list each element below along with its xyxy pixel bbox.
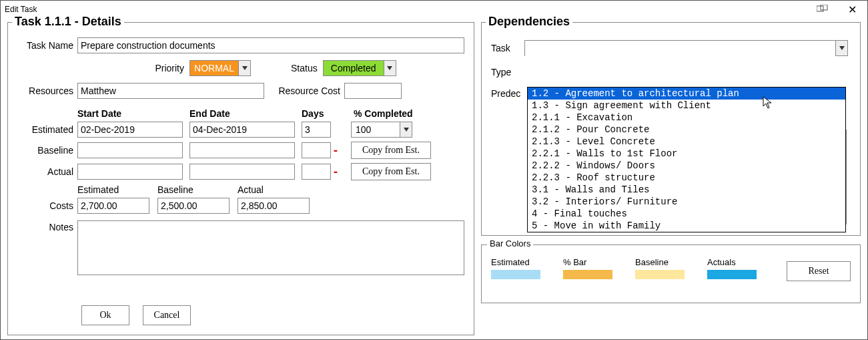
label-resource-cost: Resource Cost (264, 86, 344, 96)
dep-task-option[interactable]: 2.2.1 - Walls to 1st Floor (528, 148, 845, 160)
cost-estimated-input[interactable] (77, 198, 149, 214)
dep-task-option[interactable]: 2.1.1 - Excavation (528, 112, 845, 124)
label-priority: Priority (155, 63, 189, 73)
priority-value: NORMAL (190, 61, 238, 75)
copy-from-est-actual-button[interactable]: Copy from Est. (351, 163, 431, 180)
chevron-down-icon (238, 61, 250, 75)
cancel-button[interactable]: Cancel (143, 305, 191, 325)
label-estimated: Estimated (17, 124, 77, 135)
label-task-name: Task Name (17, 40, 77, 51)
dep-task-option[interactable]: 3.2 - Interiors/ Furniture (528, 196, 845, 208)
chevron-down-icon (835, 41, 847, 55)
baseline-end-input[interactable] (189, 142, 295, 158)
header-start-date: Start Date (77, 108, 189, 119)
label-dep-type: Type (491, 67, 524, 77)
label-actual: Actual (17, 166, 77, 177)
minus-icon: - (331, 144, 340, 158)
dep-task-option[interactable]: 5 - Move in with Family (528, 220, 845, 232)
swatch-pct[interactable] (563, 270, 612, 279)
header-pct-completed: % Completed (354, 108, 447, 119)
label-costs: Costs (17, 200, 77, 211)
copy-from-est-baseline-button[interactable]: Copy from Est. (351, 142, 431, 159)
status-select[interactable]: Completed (323, 60, 396, 76)
label-bar-actuals: Actuals (707, 257, 774, 267)
header-days: Days (302, 108, 342, 119)
window-title: Edit Task (5, 5, 37, 14)
cost-baseline-input[interactable] (157, 198, 230, 214)
details-panel: Task 1.1.1 - Details Task Name Priority … (7, 22, 474, 335)
chevron-down-icon (400, 122, 412, 137)
actual-start-input[interactable] (77, 164, 183, 180)
label-notes: Notes (17, 220, 77, 232)
notes-textarea[interactable] (77, 220, 464, 275)
priority-select[interactable]: NORMAL (189, 60, 251, 76)
dependencies-panel: Dependencies Task Type Predec 1.2 - Agre… (481, 22, 861, 236)
estimated-start-input[interactable] (77, 122, 183, 138)
cost-actual-input[interactable] (238, 198, 310, 214)
chevron-down-icon (384, 61, 396, 75)
label-cost-baseline: Baseline (157, 184, 238, 195)
label-dep-task: Task (491, 43, 524, 53)
window-icon (817, 5, 829, 15)
actual-days-input[interactable] (302, 164, 331, 180)
swatch-estimated[interactable] (491, 270, 540, 279)
label-dep-predecessors: Predec (491, 88, 524, 99)
dep-task-option[interactable]: 1.3 - Sign agreement with Client (528, 100, 845, 112)
pct-completed-value: 100 (352, 122, 400, 137)
label-resources: Resources (17, 86, 77, 96)
label-bar-estimated: Estimated (491, 257, 558, 267)
bar-colors-heading: Bar Colors (487, 238, 533, 248)
label-cost-estimated: Estimated (77, 184, 157, 195)
svg-rect-0 (817, 6, 823, 11)
dep-task-option[interactable]: 2.2.3 - Roof structure (528, 172, 845, 184)
bar-colors-panel: Bar Colors Estimated % Bar Baseline Actu… (481, 244, 861, 303)
ok-button[interactable]: Ok (81, 305, 129, 325)
label-bar-pct: % Bar (563, 257, 630, 267)
dep-task-select[interactable] (524, 40, 848, 56)
close-icon: ✕ (848, 3, 857, 16)
status-value: Completed (324, 61, 384, 75)
dep-task-option[interactable]: 3.1 - Walls and Tiles (528, 184, 845, 196)
resources-input[interactable] (77, 83, 264, 99)
dep-task-option[interactable]: 1.2 - Agreement to architectural plan (528, 88, 845, 100)
pct-completed-select[interactable]: 100 (351, 122, 412, 138)
swatch-actuals[interactable] (707, 270, 757, 279)
label-baseline: Baseline (17, 145, 77, 156)
resource-cost-input[interactable] (344, 83, 402, 99)
minus-icon: - (331, 165, 340, 179)
reset-button[interactable]: Reset (787, 261, 851, 281)
titlebar: Edit Task ✕ (1, 1, 867, 17)
dep-task-option[interactable]: 2.1.2 - Pour Concrete (528, 124, 845, 136)
label-status: Status (291, 63, 323, 73)
actual-end-input[interactable] (189, 164, 295, 180)
dep-task-option[interactable]: 2.2.2 - Windows/ Doors (528, 160, 845, 172)
swatch-baseline[interactable] (635, 270, 685, 279)
dep-task-input[interactable] (525, 41, 835, 57)
label-bar-baseline: Baseline (635, 257, 702, 267)
details-heading: Task 1.1.1 - Details (12, 15, 124, 29)
close-button[interactable]: ✕ (841, 2, 863, 17)
svg-rect-1 (821, 5, 827, 10)
task-name-input[interactable] (77, 37, 464, 53)
estimated-end-input[interactable] (189, 122, 295, 138)
estimated-days-input[interactable] (302, 122, 331, 138)
dep-task-dropdown[interactable]: 1.2 - Agreement to architectural plan1.3… (527, 87, 846, 232)
dep-task-option[interactable]: 4 - Final touches (528, 208, 845, 220)
label-cost-actual: Actual (238, 184, 318, 195)
header-end-date: End Date (189, 108, 302, 119)
dep-task-option[interactable]: 2.1.3 - Level Concrete (528, 136, 845, 148)
baseline-days-input[interactable] (302, 142, 331, 158)
baseline-start-input[interactable] (77, 142, 183, 158)
